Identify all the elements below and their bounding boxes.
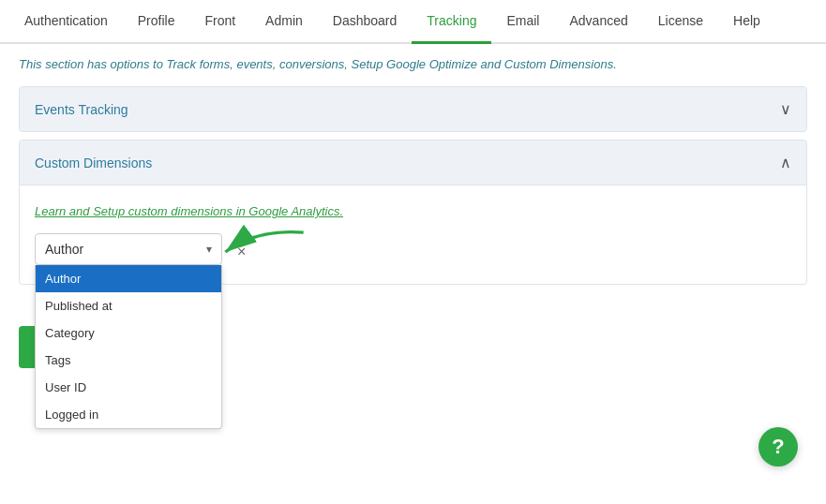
custom-dimensions-body: Learn and Setup custom dimensions in Goo… [20,185,806,284]
custom-dimensions-section: Custom Dimensions ∧ Learn and Setup cust… [19,140,807,285]
dropdown-option-tags[interactable]: Tags [36,347,221,374]
nav-item-profile[interactable]: Profile [123,0,190,44]
dropdown-chevron-icon: ▾ [206,243,212,256]
nav-item-help[interactable]: Help [718,0,775,44]
custom-dimensions-header[interactable]: Custom Dimensions ∧ [20,141,806,185]
remove-dimension-button[interactable]: × [232,239,251,265]
dimension-dropdown[interactable]: Author ▾ [35,233,222,265]
events-tracking-header[interactable]: Events Tracking ∨ [20,87,806,131]
dropdown-option-published_at[interactable]: Published at [36,292,221,319]
dropdown-selected-value: Author [45,242,83,257]
custom-dimensions-title: Custom Dimensions [35,156,152,170]
dropdown-container: Author ▾ AuthorPublished atCategoryTagsU… [35,233,222,265]
dropdown-option-logged_in[interactable]: Logged in [36,401,221,428]
learn-link[interactable]: Learn and Setup custom dimensions in Goo… [35,204,791,218]
nav-item-tracking[interactable]: Tracking [412,0,491,44]
main-content: This section has options to Track forms,… [0,44,826,387]
events-tracking-chevron: ∨ [780,100,791,118]
nav-item-email[interactable]: Email [491,0,554,44]
dropdown-option-author[interactable]: Author [36,265,221,292]
dropdown-option-user_id[interactable]: User ID [36,374,221,401]
nav-item-admin[interactable]: Admin [250,0,318,44]
events-tracking-title: Events Tracking [35,102,128,117]
help-bubble-button[interactable]: ? [758,427,798,467]
nav-item-advanced[interactable]: Advanced [554,0,642,44]
custom-dimensions-chevron: ∧ [780,154,791,171]
nav-bar: AuthenticationProfileFrontAdminDashboard… [0,0,826,44]
nav-item-dashboard[interactable]: Dashboard [318,0,413,44]
dimension-row: Author ▾ AuthorPublished atCategoryTagsU… [35,233,791,265]
nav-item-license[interactable]: License [643,0,718,44]
dropdown-option-category[interactable]: Category [36,319,221,347]
dropdown-list: AuthorPublished atCategoryTagsUser IDLog… [35,265,222,429]
section-description: This section has options to Track forms,… [19,57,807,71]
nav-item-authentication[interactable]: Authentication [9,0,123,44]
events-tracking-section: Events Tracking ∨ [19,86,807,132]
nav-item-front[interactable]: Front [189,0,250,44]
